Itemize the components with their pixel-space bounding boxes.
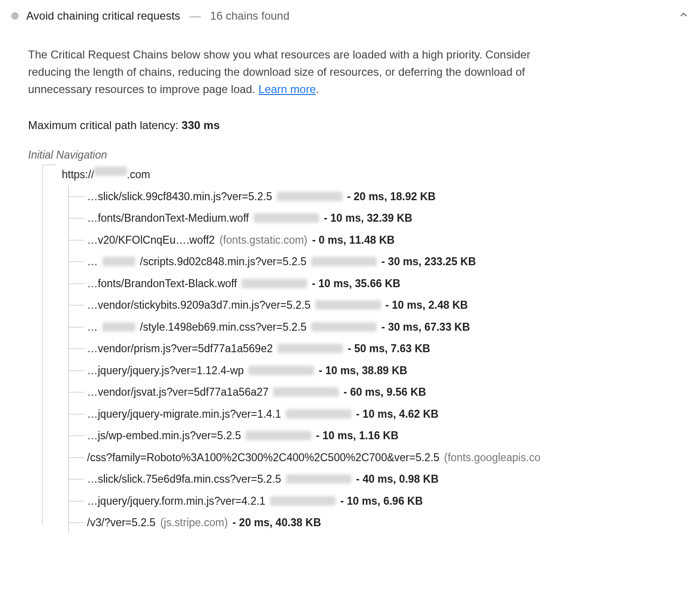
redacted-domain: xxxx — [94, 167, 127, 176]
chain-path-post: /scripts.9d02c848.min.js?ver=5.2.5 — [140, 254, 306, 270]
audit-title: Avoid chaining critical requests — [26, 7, 180, 24]
chain-path: …jquery/jquery-migrate.min.js?ver=1.4.1 — [87, 406, 281, 422]
chain-row: …js/wp-embed.min.js?ver=5.2.5xxxxxxx- 10… — [87, 425, 689, 447]
chain-path: /css?family=Roboto%3A100%2C300%2C400%2C5… — [87, 450, 439, 466]
chevron-up-icon[interactable] — [678, 8, 689, 24]
redacted-host: xxxxxxx — [315, 300, 381, 310]
chain-stats: - 10 ms, 2.48 KB — [386, 297, 468, 313]
request-tree: https://xxxx.com …slick/slick.99cf8430.m… — [28, 165, 689, 534]
chain-host: (js.stripe.com) — [160, 515, 227, 531]
max-latency-label: Maximum critical path latency: — [28, 119, 182, 131]
chain-row: …fonts/BrandonText-Medium.woffxxxxxxx- 1… — [87, 207, 689, 229]
status-dot-icon — [11, 12, 19, 20]
chain-host: (fonts.gstatic.com) — [219, 232, 307, 248]
chain-path: /v3/?ver=5.2.5 — [87, 515, 155, 531]
redacted-host: xxxxxxx — [311, 322, 377, 332]
root-url: https://xxxx.com — [62, 165, 689, 186]
chain-path-pre: … — [87, 254, 98, 270]
chain-stats: - 10 ms, 38.89 KB — [319, 362, 407, 379]
chain-row: …v20/KFOlCnqEu….woff2(fonts.gstatic.com)… — [87, 229, 689, 251]
chain-count: 16 chains found — [210, 7, 289, 24]
chain-path: …vendor/jsvat.js?ver=5df77a1a56a27 — [87, 384, 269, 400]
redacted-host: xxxxxxx — [248, 366, 314, 375]
chain-stats: - 30 ms, 233.25 KB — [381, 254, 476, 270]
chain-stats: - 10 ms, 32.39 KB — [324, 210, 412, 226]
chain-row: …xxxx/style.1498eb69.min.css?ver=5.2.5xx… — [87, 316, 689, 338]
request-chain-list: …slick/slick.99cf8430.min.js?ver=5.2.5xx… — [62, 186, 689, 534]
redacted-host: xxxxxxx — [277, 192, 343, 201]
redacted-host: xxxxxxx — [277, 344, 343, 353]
initial-navigation-label: Initial Navigation — [28, 147, 689, 163]
chain-stats: - 20 ms, 40.38 KB — [233, 515, 321, 531]
chain-stats: - 20 ms, 18.92 KB — [347, 188, 436, 205]
chain-path: …fonts/BrandonText-Black.woff — [87, 276, 237, 292]
chain-row: …vendor/jsvat.js?ver=5df77a1a56a27xxxxxx… — [87, 381, 689, 403]
max-latency-value: 330 ms — [182, 119, 219, 131]
max-latency: Maximum critical path latency: 330 ms — [28, 117, 689, 134]
chain-stats: - 10 ms, 35.66 KB — [312, 276, 400, 292]
chain-stats: - 50 ms, 7.63 KB — [348, 341, 430, 357]
chain-path-pre: … — [87, 319, 98, 335]
redacted-host: xxxxxxx — [273, 387, 339, 397]
chain-stats: - 30 ms, 67.33 KB — [381, 319, 470, 335]
redacted-host: xxxxxxx — [270, 496, 335, 506]
chain-row: …slick/slick.75e6d9fa.min.css?ver=5.2.5x… — [87, 468, 689, 490]
chain-row: /css?family=Roboto%3A100%2C300%2C400%2C5… — [87, 447, 689, 469]
chain-row: …jquery/jquery.form.min.js?ver=4.2.1xxxx… — [87, 490, 689, 512]
chain-row: /v3/?ver=5.2.5(js.stripe.com)- 20 ms, 40… — [87, 512, 689, 534]
chain-path-post: /style.1498eb69.min.css?ver=5.2.5 — [140, 319, 306, 335]
dash-separator: — — [190, 7, 201, 24]
chain-path: …slick/slick.99cf8430.min.js?ver=5.2.5 — [87, 188, 272, 205]
chain-stats: - 10 ms, 6.96 KB — [340, 493, 423, 509]
chain-path: …vendor/stickybits.9209a3d7.min.js?ver=5… — [87, 297, 311, 313]
tree-root: https://xxxx.com …slick/slick.99cf8430.m… — [28, 165, 689, 534]
chain-host: (fonts.googleapis.co — [444, 450, 540, 466]
learn-more-link[interactable]: Learn more — [258, 83, 316, 95]
chain-row: …slick/slick.99cf8430.min.js?ver=5.2.5xx… — [87, 186, 689, 208]
chain-path: …fonts/BrandonText-Medium.woff — [87, 210, 249, 226]
chain-path: …js/wp-embed.min.js?ver=5.2.5 — [87, 428, 241, 444]
redacted-host: xxxxxxx — [246, 431, 311, 440]
root-url-pre: https:// — [62, 168, 94, 181]
chain-stats: - 60 ms, 9.56 KB — [343, 384, 426, 400]
chain-row: …jquery/jquery-migrate.min.js?ver=1.4.1x… — [87, 403, 689, 425]
redacted-path-segment: xxxx — [102, 322, 135, 332]
chain-path: …slick/slick.75e6d9fa.min.css?ver=5.2.5 — [87, 471, 281, 487]
chain-path: …vendor/prism.js?ver=5df77a1a569e2 — [87, 341, 273, 357]
redacted-host: xxxxxxx — [286, 409, 351, 419]
audit-header[interactable]: Avoid chaining critical requests — 16 ch… — [11, 7, 689, 24]
chain-stats: - 10 ms, 1.16 KB — [316, 428, 398, 444]
chain-row: …jquery/jquery.js?ver=1.12.4-wpxxxxxxx- … — [87, 360, 689, 382]
redacted-host: xxxxxxx — [241, 279, 307, 288]
root-url-post: .com — [127, 168, 150, 181]
audit-description: The Critical Request Chains below show y… — [28, 46, 533, 98]
redacted-host: xxxxxxx — [286, 474, 351, 484]
redacted-path-segment: xxxx — [102, 257, 135, 266]
chain-row: …xxxx/scripts.9d02c848.min.js?ver=5.2.5x… — [87, 251, 689, 273]
redacted-host: xxxxxxx — [254, 213, 319, 223]
chain-stats: - 0 ms, 11.48 KB — [312, 232, 394, 248]
description-post: . — [316, 83, 319, 95]
chain-row: …vendor/prism.js?ver=5df77a1a569e2xxxxxx… — [87, 338, 689, 360]
chain-stats: - 10 ms, 4.62 KB — [356, 406, 438, 422]
chain-path: …jquery/jquery.js?ver=1.12.4-wp — [87, 362, 244, 379]
chain-row: …vendor/stickybits.9209a3d7.min.js?ver=5… — [87, 294, 689, 316]
chain-row: …fonts/BrandonText-Black.woffxxxxxxx- 10… — [87, 273, 689, 295]
chain-stats: - 40 ms, 0.98 KB — [356, 471, 438, 487]
redacted-host: xxxxxxx — [311, 257, 377, 266]
chain-path: …jquery/jquery.form.min.js?ver=4.2.1 — [87, 493, 265, 509]
audit-panel: Avoid chaining critical requests — 16 ch… — [0, 0, 700, 545]
chain-path: …v20/KFOlCnqEu….woff2 — [87, 232, 215, 248]
